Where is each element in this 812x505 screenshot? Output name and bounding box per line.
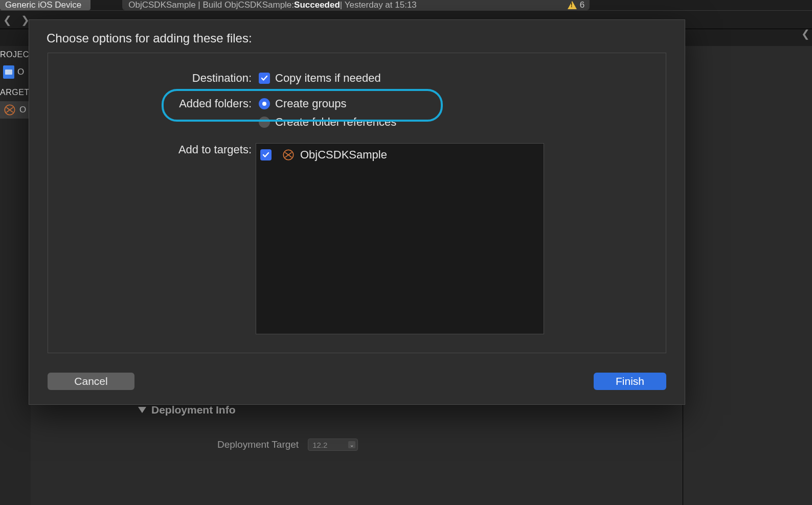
- navigator-panel: ROJEC O ARGET O: [0, 46, 31, 505]
- app-icon: [282, 148, 295, 162]
- project-header: ROJEC: [0, 46, 31, 63]
- deployment-info-section[interactable]: Deployment Info: [138, 404, 236, 416]
- folder-references-row: Create folder references: [259, 116, 396, 129]
- activity-suffix: | Yesterday at 15:13: [340, 0, 417, 10]
- copy-items-checkbox[interactable]: [259, 73, 270, 84]
- destination-row: Destination: Copy items if needed: [48, 72, 381, 85]
- add-files-sheet: Choose options for adding these files: D…: [29, 19, 685, 405]
- chevron-down-icon: ⌄: [348, 441, 355, 448]
- cancel-label: Cancel: [74, 375, 107, 387]
- deployment-info-title: Deployment Info: [151, 404, 236, 416]
- create-groups-radio[interactable]: [259, 98, 270, 109]
- warning-icon: [568, 1, 577, 9]
- checkmark-icon: [262, 151, 270, 159]
- add-targets-label: Add to targets:: [48, 143, 252, 156]
- finish-button[interactable]: Finish: [594, 373, 666, 390]
- finish-label: Finish: [616, 375, 644, 387]
- warning-indicator[interactable]: 6: [568, 0, 584, 10]
- toolbar: Generic iOS Device ObjCSDKSample | Build…: [0, 0, 812, 10]
- target-item[interactable]: O: [0, 101, 31, 119]
- activity-prefix: ObjCSDKSample | Build ObjCSDKSample:: [128, 0, 294, 10]
- target-checkbox[interactable]: [260, 149, 272, 160]
- activity-view: ObjCSDKSample | Build ObjCSDKSample: Suc…: [122, 0, 590, 10]
- target-item-label: O: [19, 105, 26, 115]
- disclosure-triangle-icon: [138, 407, 146, 413]
- added-folders-row: Added folders: Create groups: [48, 97, 346, 110]
- targets-header: ARGET: [0, 84, 31, 101]
- activity-status: Succeeded: [294, 0, 340, 10]
- checkmark-icon: [260, 74, 268, 82]
- scheme-label: Generic iOS Device: [5, 0, 81, 10]
- inspector-border: [683, 46, 812, 505]
- copy-items-label: Copy items if needed: [275, 72, 381, 85]
- create-refs-radio[interactable]: [259, 117, 270, 128]
- deployment-target-select[interactable]: 12.2 ⌄: [308, 439, 358, 451]
- app-icon: [3, 103, 16, 117]
- scheme-selector[interactable]: Generic iOS Device: [0, 0, 91, 10]
- create-refs-label: Create folder references: [275, 116, 396, 129]
- chevron-left-icon[interactable]: ❮: [801, 28, 810, 40]
- target-row[interactable]: ObjCSDKSample: [256, 144, 544, 166]
- added-folders-label: Added folders:: [48, 97, 252, 110]
- target-name: ObjCSDKSample: [300, 148, 387, 162]
- project-item-label: O: [17, 67, 24, 77]
- warning-count: 6: [580, 0, 584, 10]
- targets-list[interactable]: ObjCSDKSample: [256, 143, 544, 334]
- add-to-targets-row: Add to targets:: [48, 143, 259, 156]
- project-icon: [3, 65, 14, 79]
- deployment-target-row: Deployment Target 12.2 ⌄: [217, 439, 358, 451]
- sheet-title: Choose options for adding these files:: [47, 31, 252, 45]
- project-item[interactable]: O: [0, 63, 31, 81]
- options-box: Destination: Copy items if needed Added …: [48, 53, 666, 353]
- deployment-target-value: 12.2: [312, 441, 327, 449]
- back-button[interactable]: ❮: [3, 14, 12, 26]
- cancel-button[interactable]: Cancel: [48, 373, 134, 390]
- destination-label: Destination:: [48, 72, 252, 85]
- create-groups-label: Create groups: [275, 97, 346, 110]
- deployment-target-label: Deployment Target: [217, 439, 299, 450]
